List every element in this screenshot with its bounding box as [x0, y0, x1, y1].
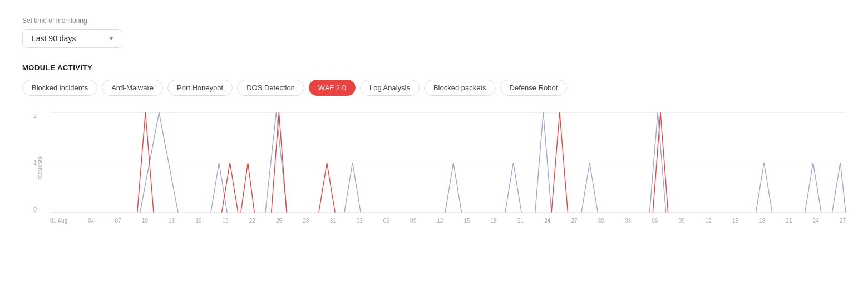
- x-label-12sep: 12: [437, 218, 443, 224]
- blue-spike-5: [445, 163, 461, 213]
- red-spike-2: [222, 163, 238, 213]
- y-label-0: 0: [33, 206, 37, 213]
- blue-spike-11: [805, 163, 821, 213]
- x-label-09oct: 09: [678, 218, 684, 224]
- blue-spike-6: [505, 163, 521, 213]
- tab-blocked-packets[interactable]: Blocked packets: [424, 80, 496, 96]
- blue-spike-3: [265, 112, 287, 213]
- x-axis: 01 Aug 04 07 10 13 16 19 22 25 28 31 03 …: [50, 215, 846, 224]
- x-label-27oct: 27: [840, 218, 846, 224]
- x-label-22: 22: [249, 218, 255, 224]
- blue-spike-10: [756, 163, 772, 213]
- x-label-01aug: 01 Aug: [50, 218, 67, 224]
- blue-spike-8: [581, 163, 598, 213]
- red-spike-7: [653, 112, 668, 213]
- x-label-15sep: 15: [464, 218, 470, 224]
- tab-defense-robot[interactable]: Defense Robot: [500, 80, 568, 96]
- red-spike-5: [319, 163, 335, 213]
- x-label-10: 10: [142, 218, 148, 224]
- x-label-06sep: 06: [383, 218, 389, 224]
- blue-spike-1: [140, 112, 179, 213]
- y-label-1: 1: [33, 159, 37, 166]
- x-label-07: 07: [115, 218, 121, 224]
- x-label-19: 19: [222, 218, 228, 224]
- x-label-27sep: 27: [571, 218, 577, 224]
- y-label-2: 2: [33, 112, 37, 119]
- y-axis-labels: 2 1 0: [33, 112, 37, 224]
- x-label-06oct: 06: [652, 218, 658, 224]
- x-label-16: 16: [195, 218, 201, 224]
- dropdown-value: Last 90 days: [32, 34, 76, 43]
- y-axis-label: requests: [36, 156, 43, 180]
- red-spike-3: [241, 163, 254, 213]
- module-activity-tabs: Blocked incidents Anti-Malware Port Hone…: [22, 80, 846, 96]
- chart-area: requests 2 1 0: [50, 112, 846, 224]
- chevron-down-icon: ▾: [110, 35, 113, 42]
- x-label-03oct: 03: [625, 218, 631, 224]
- red-spike-4: [272, 112, 287, 213]
- x-label-12oct: 12: [706, 218, 712, 224]
- x-label-18oct: 18: [759, 218, 765, 224]
- module-activity-section: MODULE ACTIVITY Blocked incidents Anti-M…: [22, 63, 846, 224]
- x-label-30sep: 30: [598, 218, 604, 224]
- x-label-18sep: 18: [491, 218, 497, 224]
- tab-port-honeypot[interactable]: Port Honeypot: [167, 80, 233, 96]
- x-label-24oct: 24: [813, 218, 819, 224]
- x-label-04: 04: [88, 218, 94, 224]
- monitoring-label: Set time of monitoring: [22, 17, 846, 24]
- blue-spike-9: [649, 112, 665, 213]
- time-dropdown[interactable]: Last 90 days ▾: [22, 29, 122, 48]
- tab-blocked-incidents[interactable]: Blocked incidents: [22, 80, 97, 96]
- x-label-28: 28: [303, 218, 309, 224]
- x-label-31: 31: [329, 218, 336, 224]
- tab-dos-detection[interactable]: DOS Detection: [237, 80, 304, 96]
- red-spike-6: [551, 112, 568, 213]
- module-activity-title: MODULE ACTIVITY: [22, 63, 846, 72]
- x-label-09sep: 09: [410, 218, 416, 224]
- x-label-13: 13: [169, 218, 175, 224]
- x-label-03sep: 03: [357, 218, 363, 224]
- chart-container: requests 2 1 0: [22, 112, 846, 224]
- tab-waf-2[interactable]: WAF 2.0: [309, 80, 356, 96]
- tab-anti-malware[interactable]: Anti-Malware: [102, 80, 163, 96]
- blue-spike-4: [344, 163, 361, 213]
- chart-svg: [50, 112, 846, 213]
- blue-spike-2: [211, 163, 227, 213]
- blue-spike-7: [535, 112, 551, 213]
- x-label-25: 25: [276, 218, 282, 224]
- red-spike-1: [137, 112, 154, 213]
- x-label-21sep: 21: [517, 218, 524, 224]
- x-label-21oct: 21: [786, 218, 792, 224]
- tab-log-analysis[interactable]: Log Analysis: [360, 80, 420, 96]
- x-label-24sep: 24: [544, 218, 550, 224]
- x-label-15oct: 15: [732, 218, 738, 224]
- blue-spike-12: [832, 163, 846, 213]
